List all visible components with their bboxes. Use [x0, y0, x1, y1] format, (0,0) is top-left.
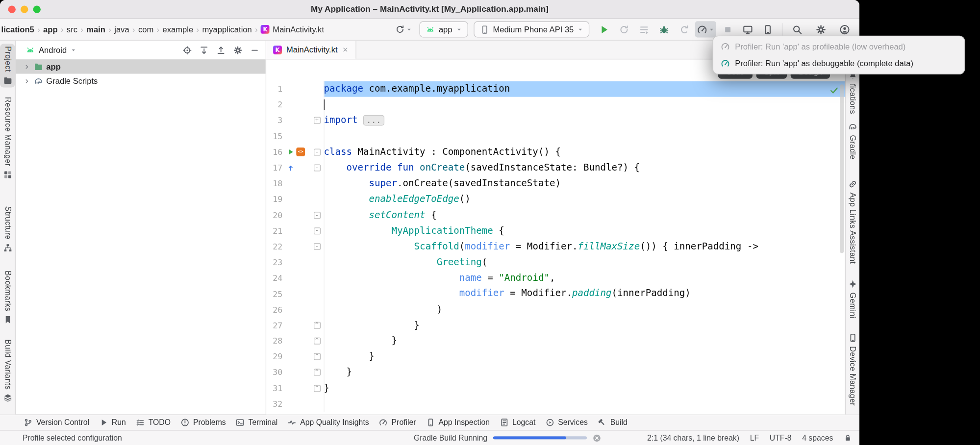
vcs-update-button[interactable] — [393, 21, 414, 37]
code-line[interactable]: 3+import ... — [266, 113, 845, 128]
search-everywhere-button[interactable] — [788, 21, 806, 37]
fold-marker[interactable]: - — [313, 164, 320, 171]
line-number[interactable]: 24 — [266, 273, 282, 283]
code-line[interactable]: 24 name = "Android", — [266, 270, 845, 286]
collapse-all-button[interactable] — [216, 45, 226, 54]
run-menu-button[interactable] — [635, 21, 653, 37]
stop-button[interactable] — [719, 21, 736, 37]
breadcrumb-item-main[interactable]: main — [86, 25, 105, 34]
apply-changes-button[interactable] — [615, 21, 632, 37]
overrides-icon[interactable] — [287, 164, 294, 172]
line-number[interactable]: 16 — [266, 148, 282, 157]
close-window-button[interactable] — [8, 5, 16, 13]
run-button[interactable] — [595, 21, 613, 37]
indent-widget[interactable]: 4 spaces — [802, 433, 833, 442]
debug-button[interactable] — [655, 21, 673, 37]
encoding-widget[interactable]: UTF-8 — [770, 433, 792, 442]
code-line[interactable]: 15 — [266, 128, 845, 144]
breadcrumb-item-app[interactable]: app — [43, 25, 57, 34]
line-number[interactable]: 18 — [266, 179, 282, 188]
editor-scrollbar[interactable] — [840, 84, 844, 253]
tool-stripe-build-variants[interactable]: Build Variants — [0, 339, 15, 402]
breadcrumb-item-lication5[interactable]: lication5 — [1, 25, 34, 34]
project-tree[interactable]: appGradle Scripts — [16, 59, 266, 414]
code-line[interactable]: 26 ) — [266, 301, 845, 317]
project-view-select[interactable]: Android — [25, 45, 76, 54]
code-line[interactable]: 17- override fun onCreate(savedInstanceS… — [266, 160, 845, 175]
fold-marker[interactable]: - — [313, 243, 320, 250]
breadcrumb-item-mainactivity-kt[interactable]: MainActivity.kt — [261, 25, 324, 34]
line-number[interactable]: 19 — [266, 195, 282, 204]
running-devices-button[interactable] — [759, 21, 777, 37]
line-number[interactable]: 17 — [266, 163, 282, 173]
code-line[interactable]: 25 modifier = Modifier.padding(innerPadd… — [266, 286, 845, 301]
breadcrumb-item-com[interactable]: com — [138, 25, 153, 34]
inspections-ok-icon[interactable] — [829, 86, 839, 95]
code-line[interactable]: 22- Scaffold(modifier = Modifier.fillMax… — [266, 239, 845, 254]
code-line[interactable]: 1package com.example.myapplication — [266, 81, 845, 97]
breadcrumb-item-example[interactable]: example — [163, 25, 194, 34]
breadcrumb-item-src[interactable]: src — [67, 25, 77, 34]
code-line[interactable]: 32 — [266, 396, 845, 412]
line-number[interactable]: 20 — [266, 210, 282, 220]
line-number[interactable]: 21 — [266, 226, 282, 235]
panel-options-button[interactable] — [233, 45, 243, 54]
tool-stripe-structure[interactable]: Structure — [0, 206, 15, 253]
fold-marker[interactable]: ^ — [313, 338, 320, 345]
line-number[interactable]: 31 — [266, 384, 282, 393]
tab-mainactivity[interactable]: MainActivity.kt — [266, 41, 356, 59]
line-number[interactable]: 29 — [266, 352, 282, 361]
apply-code-changes-button[interactable] — [675, 21, 693, 37]
chevron-right-icon[interactable] — [23, 77, 30, 84]
code-line[interactable]: 30^ } — [266, 365, 845, 380]
line-separator-widget[interactable]: LF — [750, 433, 759, 442]
zoom-window-button[interactable] — [33, 5, 41, 13]
tool-window-version-control[interactable]: Version Control — [24, 418, 89, 427]
minimize-window-button[interactable] — [21, 5, 28, 13]
code-line[interactable]: 19 enableEdgeToEdge() — [266, 192, 845, 207]
hide-panel-button[interactable] — [250, 45, 259, 54]
code-line[interactable]: 23 Greeting( — [266, 254, 845, 270]
profiler-menu-item-1[interactable]: Profiler: Run 'app' as profileable (low … — [713, 38, 964, 55]
tool-window-app-quality-insights[interactable]: App Quality Insights — [288, 418, 369, 427]
code-line[interactable]: 21- MyApplicationTheme { — [266, 223, 845, 239]
code-editor[interactable]: 1package com.example.myapplication23+imp… — [266, 81, 845, 412]
tool-window-build[interactable]: Build — [598, 418, 628, 427]
line-number[interactable]: 28 — [266, 336, 282, 346]
line-number[interactable]: 26 — [266, 305, 282, 314]
line-number[interactable]: 25 — [266, 289, 282, 298]
tool-window-logcat[interactable]: Logcat — [500, 418, 535, 427]
fold-marker[interactable]: - — [313, 148, 320, 155]
fold-marker[interactable]: - — [313, 227, 320, 234]
fold-marker[interactable]: ^ — [313, 353, 320, 360]
chevron-right-icon[interactable] — [23, 63, 30, 70]
compose-preview-icon[interactable] — [296, 148, 305, 156]
tool-stripe-project[interactable]: Project — [0, 44, 15, 87]
device-mirroring-button[interactable] — [739, 21, 756, 37]
tool-window-app-inspection[interactable]: App Inspection — [426, 418, 490, 427]
tool-window-run[interactable]: Run — [99, 418, 126, 427]
tool-stripe-app-links-assistant[interactable]: App Links Assistant — [846, 179, 859, 264]
tool-window-problems[interactable]: Problems — [180, 418, 226, 427]
fold-marker[interactable]: ^ — [313, 322, 320, 329]
line-number[interactable]: 3 — [266, 116, 282, 125]
code-line[interactable]: 18 super.onCreate(savedInstanceState) — [266, 176, 845, 192]
fold-marker[interactable]: ^ — [313, 369, 320, 376]
tool-window-profiler[interactable]: Profiler — [379, 418, 416, 427]
tool-window-todo[interactable]: TODO — [136, 418, 171, 427]
settings-button[interactable] — [812, 21, 829, 37]
expand-all-button[interactable] — [200, 45, 209, 54]
close-tab-icon[interactable] — [342, 46, 349, 53]
code-line[interactable]: 28^ } — [266, 333, 845, 349]
breadcrumb-item-myapplication[interactable]: myapplication — [202, 25, 251, 34]
code-line[interactable]: 29^ } — [266, 349, 845, 365]
run-line-icon[interactable] — [287, 148, 294, 156]
line-number[interactable]: 23 — [266, 258, 282, 267]
line-number[interactable]: 27 — [266, 321, 282, 330]
tool-window-terminal[interactable]: Terminal — [236, 418, 277, 427]
code-line[interactable]: 31^} — [266, 380, 845, 396]
breadcrumb-item-java[interactable]: java — [114, 25, 129, 34]
line-number[interactable]: 32 — [266, 399, 282, 409]
code-line[interactable]: 16-class MainActivity : ComponentActivit… — [266, 144, 845, 160]
tool-stripe-bookmarks[interactable]: Bookmarks — [0, 271, 15, 324]
